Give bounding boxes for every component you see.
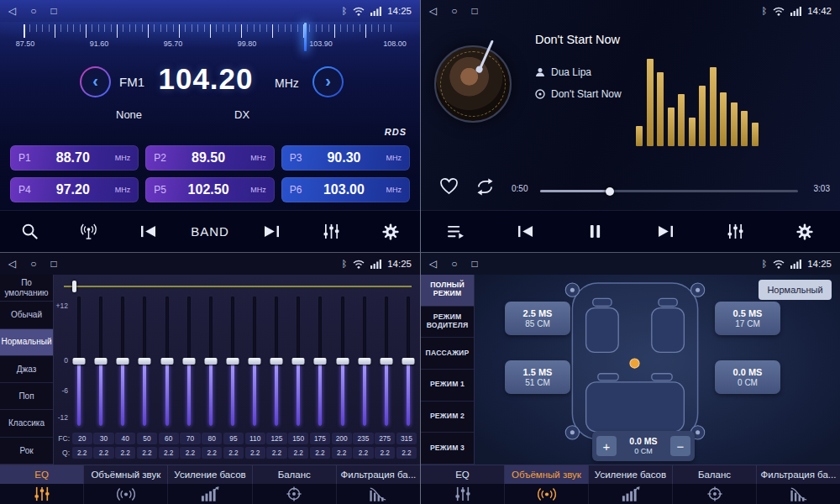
band-value-cell[interactable]: 275	[375, 433, 395, 444]
tab-surround[interactable]: Объёмный звук	[504, 465, 588, 484]
nav-home-icon[interactable]: ○	[451, 259, 457, 269]
prev-button[interactable]	[509, 217, 543, 247]
nav-back-icon[interactable]: ◁	[8, 259, 16, 269]
band-value-cell[interactable]: 110	[245, 433, 265, 444]
progress-knob[interactable]	[606, 187, 614, 196]
playlist-button[interactable]	[439, 217, 473, 247]
band-value-cell[interactable]: 60	[159, 433, 179, 444]
repeat-button[interactable]	[475, 178, 496, 199]
tab-bass-boost[interactable]: Усиление басов	[588, 465, 672, 484]
tune-down-button[interactable]	[80, 66, 111, 97]
next-button[interactable]	[255, 217, 288, 247]
nav-home-icon[interactable]: ○	[30, 259, 36, 269]
eq-band-slider[interactable]	[160, 297, 175, 426]
band-value-cell[interactable]: 2.2	[93, 447, 113, 459]
album-art[interactable]	[434, 45, 512, 123]
band-value-cell[interactable]: 2.2	[202, 447, 222, 459]
eq-band-slider[interactable]	[357, 297, 372, 426]
eq-band-slider[interactable]	[247, 297, 262, 426]
delay-front-left-button[interactable]: 2.5 MS 85 CM	[505, 302, 570, 335]
prev-button[interactable]	[132, 217, 165, 247]
preset-button-p1[interactable]: P188.70MHz	[10, 145, 139, 171]
delay-rear-left-button[interactable]: 1.5 MS 51 CM	[505, 360, 570, 394]
band-value-cell[interactable]: 2.2	[310, 447, 330, 459]
filter-icon[interactable]	[756, 484, 840, 504]
delay-plus-button[interactable]: +	[596, 436, 617, 456]
tab-balance[interactable]: Баланс	[672, 465, 756, 484]
band-value-cell[interactable]: 80	[202, 433, 222, 444]
band-value-cell[interactable]: 2.2	[223, 447, 244, 459]
eq-band-slider[interactable]	[137, 297, 152, 426]
broadcast-button[interactable]	[72, 217, 106, 247]
eq-preset-item[interactable]: Классика	[0, 410, 53, 437]
eq-band-slider[interactable]	[181, 297, 197, 426]
eq-band-slider[interactable]	[93, 297, 108, 426]
eq-preset-item[interactable]: Рок	[0, 438, 53, 465]
band-value-cell[interactable]: 235	[353, 433, 373, 444]
delay-rear-right-button[interactable]: 0.0 MS 0 CM	[715, 360, 780, 394]
nav-back-icon[interactable]: ◁	[8, 6, 16, 16]
surround-preset-button[interactable]: Нормальный	[759, 280, 832, 300]
favorite-button[interactable]	[439, 177, 459, 198]
eq-band-slider[interactable]	[335, 297, 350, 426]
eq-band-slider[interactable]	[312, 297, 328, 426]
band-value-cell[interactable]: 2.2	[353, 447, 373, 459]
band-value-cell[interactable]: 2.2	[375, 447, 395, 459]
frequency-scale[interactable]: 87.5091.6095.7099.80103.90108.00	[0, 22, 420, 54]
preset-button-p4[interactable]: P497.20MHz	[10, 177, 139, 202]
band-value-cell[interactable]: 2.2	[180, 447, 200, 459]
eq-preset-item[interactable]: Нормальный	[0, 329, 53, 356]
tab-filter[interactable]: Фильтрация ба...	[756, 465, 840, 484]
surround-mode-item[interactable]: РЕЖИМ 3	[421, 433, 474, 465]
tab-filter[interactable]: Фильтрация ба...	[336, 465, 420, 484]
surround-icon[interactable]	[83, 484, 167, 504]
surround-mode-item[interactable]: ПОЛНЫЙ РЕЖИМ	[421, 275, 474, 307]
band-value-cell[interactable]: 40	[115, 433, 135, 444]
band-value-cell[interactable]: 200	[332, 433, 352, 444]
band-value-cell[interactable]: 2.2	[159, 447, 179, 459]
filter-icon[interactable]	[336, 484, 420, 504]
nav-back-icon[interactable]: ◁	[429, 259, 437, 269]
surround-mode-item[interactable]: РЕЖИМ 1	[421, 370, 474, 402]
delay-minus-button[interactable]: −	[670, 436, 690, 456]
tab-equalizer[interactable]: EQ	[0, 465, 83, 484]
band-value-cell[interactable]: 2.2	[72, 447, 92, 459]
balance-icon[interactable]	[252, 484, 336, 504]
pause-button[interactable]	[579, 217, 612, 247]
eq-band-slider[interactable]	[269, 297, 284, 426]
surround-mode-item[interactable]: РЕЖИМ 2	[421, 402, 474, 433]
surround-icon[interactable]	[504, 484, 588, 504]
nav-recents-icon[interactable]: □	[471, 6, 477, 16]
preset-button-p6[interactable]: P6103.00MHz	[281, 177, 410, 202]
nav-home-icon[interactable]: ○	[451, 6, 457, 16]
tab-balance[interactable]: Баланс	[252, 465, 336, 484]
eq-preset-item[interactable]: Поп	[0, 383, 53, 410]
balance-icon[interactable]	[672, 484, 756, 504]
eq-band-slider[interactable]	[203, 297, 218, 426]
surround-mode-item[interactable]: ПАССАЖИР	[421, 338, 474, 370]
band-button[interactable]: BAND	[191, 217, 229, 247]
tab-surround[interactable]: Объёмный звук	[83, 465, 167, 484]
band-value-cell[interactable]: 2.2	[245, 447, 265, 459]
nav-home-icon[interactable]: ○	[30, 6, 36, 16]
eq-band-slider[interactable]	[401, 297, 416, 426]
equalizer-icon[interactable]	[0, 484, 83, 504]
band-value-cell[interactable]: 50	[137, 433, 157, 444]
band-value-cell[interactable]: 175	[310, 433, 330, 444]
band-value-cell[interactable]: 70	[180, 433, 200, 444]
band-value-cell[interactable]: 150	[288, 433, 308, 444]
master-slider[interactable]	[64, 286, 412, 287]
eq-preset-item[interactable]: Обычай	[0, 302, 53, 328]
search-button[interactable]	[13, 217, 46, 247]
mixer-button[interactable]	[314, 217, 348, 247]
preset-button-p5[interactable]: P5102.50MHz	[145, 177, 274, 202]
eq-band-slider[interactable]	[291, 297, 306, 426]
band-value-cell[interactable]: 30	[93, 433, 113, 444]
band-value-cell[interactable]: 20	[72, 433, 92, 444]
delay-front-right-button[interactable]: 0.5 MS 17 CM	[715, 302, 780, 335]
preset-button-p2[interactable]: P289.50MHz	[145, 145, 274, 171]
band-value-cell[interactable]: 2.2	[266, 447, 286, 459]
eq-preset-item[interactable]: По умолчанию	[0, 275, 53, 302]
eq-band-slider[interactable]	[115, 297, 130, 426]
nav-recents-icon[interactable]: □	[50, 259, 56, 269]
